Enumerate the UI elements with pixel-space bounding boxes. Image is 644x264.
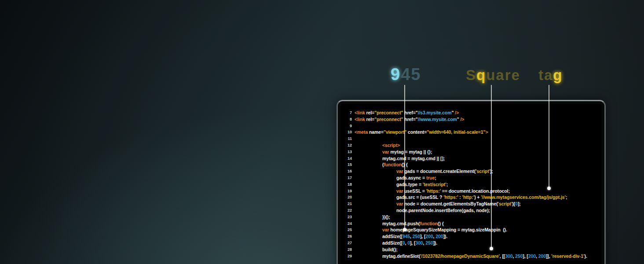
callout-label-part: 9 xyxy=(391,65,401,84)
code-text: gads.type = 'text/script'; xyxy=(355,181,448,188)
code-line: 21var node = document.getElementsByTagNa… xyxy=(340,201,602,207)
code-text: mytag.defineSlot('/1023782/homepageDynam… xyxy=(355,253,587,260)
callout-label-tag: tag xyxy=(538,68,563,82)
code-line: 12<script> xyxy=(340,142,602,149)
callout-label-part: ta xyxy=(538,67,553,83)
line-number: 13 xyxy=(340,149,352,155)
line-number: 15 xyxy=(340,161,352,168)
code-text: var node = document.getElementsByTagName… xyxy=(355,201,521,207)
code-line: 23})(); xyxy=(340,214,602,220)
code-line: 22node.parentNode.insertBefore(gads, nod… xyxy=(340,207,602,214)
code-line: 19var useSSL = 'https:' == document.loca… xyxy=(340,188,602,194)
line-number: 22 xyxy=(340,207,352,214)
code-text: <script> xyxy=(355,142,400,149)
line-number: 20 xyxy=(340,194,352,201)
line-number: 24 xyxy=(340,220,352,227)
line-number: 17 xyxy=(340,175,352,181)
line-number: 18 xyxy=(340,181,352,188)
line-number: 8 xyxy=(340,116,352,123)
code-text: addSize([945, 250], [200, 200]). xyxy=(355,233,447,240)
line-number: 16 xyxy=(340,168,352,175)
code-text: gads.src = (useSSL ? 'https:' : 'http:')… xyxy=(355,194,567,201)
code-line: 28build(); xyxy=(340,246,602,253)
line-number: 29 xyxy=(340,253,352,260)
code-text: })(); xyxy=(355,214,390,220)
code-line: 8<link rel="preconnect" href="//www.mysi… xyxy=(340,116,602,123)
callout-pointer-dot xyxy=(403,228,406,231)
callout-label-part: g xyxy=(553,67,563,83)
line-number: 7 xyxy=(340,110,352,116)
callout-label-square: Square xyxy=(466,68,520,82)
line-number: 10 xyxy=(340,129,352,136)
code-text: <meta name="viewport" content="width=640… xyxy=(355,129,488,136)
line-number: 26 xyxy=(340,233,352,240)
code-text: node.parentNode.insertBefore(gads, node)… xyxy=(355,207,490,214)
line-number: 14 xyxy=(340,155,352,162)
code-text: var mytag = mytag || {}; xyxy=(355,149,432,155)
code-lines: 7<link rel="preconnect" href="//s3.mysit… xyxy=(340,110,602,259)
callout-pointer-dot xyxy=(490,247,493,250)
code-line: 17gads.async = true; xyxy=(340,175,602,181)
callout-pointer-dot xyxy=(547,187,551,190)
line-number: 27 xyxy=(340,240,352,246)
code-text: var homepageSquarySizeMapping = mytag.si… xyxy=(355,227,507,233)
line-number: 21 xyxy=(340,201,352,207)
line-number: 28 xyxy=(340,246,352,253)
code-line: 16var gads = document.createElement('scr… xyxy=(340,168,602,175)
line-number: 23 xyxy=(340,214,352,220)
code-line: 15(function() { xyxy=(340,161,602,168)
code-text: (function() { xyxy=(355,161,408,168)
code-line: 27addSize([0, 0], [300, 250]). xyxy=(340,240,602,246)
callout-label-945: 945 xyxy=(391,66,421,83)
callout-label-part: S xyxy=(466,67,476,83)
code-line: 18gads.type = 'text/script'; xyxy=(340,181,602,188)
code-line: 20gads.src = (useSSL ? 'https:' : 'http:… xyxy=(340,194,602,201)
code-text: var gads = document.createElement('scrip… xyxy=(355,168,493,175)
callout-label-part: uare xyxy=(486,67,520,83)
code-text: mytag.cmd.push(function() { xyxy=(355,220,444,227)
callout-label-part: q xyxy=(476,67,486,83)
code-text: var useSSL = 'https:' == document.locati… xyxy=(355,188,510,194)
code-text: mytag.cmd = mytag.cmd || []; xyxy=(355,155,445,162)
code-line: 25var homepageSquarySizeMapping = mytag.… xyxy=(340,227,602,233)
line-number: 9 xyxy=(340,123,352,129)
code-line: 7<link rel="preconnect" href="//s3.mysit… xyxy=(340,110,602,116)
code-text: build(); xyxy=(355,246,398,253)
code-text: gads.async = true; xyxy=(355,175,436,181)
code-line: 10<meta name="viewport" content="width=6… xyxy=(340,129,602,136)
code-line: 14mytag.cmd = mytag.cmd || []; xyxy=(340,155,602,162)
line-number: 12 xyxy=(340,142,352,149)
code-text: addSize([0, 0], [300, 250]). xyxy=(355,240,437,246)
code-line: 13var mytag = mytag || {}; xyxy=(340,149,602,155)
code-line: 9 xyxy=(340,123,602,129)
code-line: 11 xyxy=(340,136,602,142)
code-line: 24mytag.cmd.push(function() { xyxy=(340,220,602,227)
line-number: 11 xyxy=(340,136,352,142)
line-number: 19 xyxy=(340,188,352,194)
code-text: <link rel="preconnect" href="//www.mysit… xyxy=(355,116,464,123)
code-line: 26addSize([945, 250], [200, 200]). xyxy=(340,233,602,240)
callout-label-part: 45 xyxy=(401,65,421,84)
code-text: <link rel="preconnect" href="//s3.mysite… xyxy=(355,110,459,116)
line-number: 25 xyxy=(340,227,352,233)
code-line: 29mytag.defineSlot('/1023782/homepageDyn… xyxy=(340,253,602,260)
